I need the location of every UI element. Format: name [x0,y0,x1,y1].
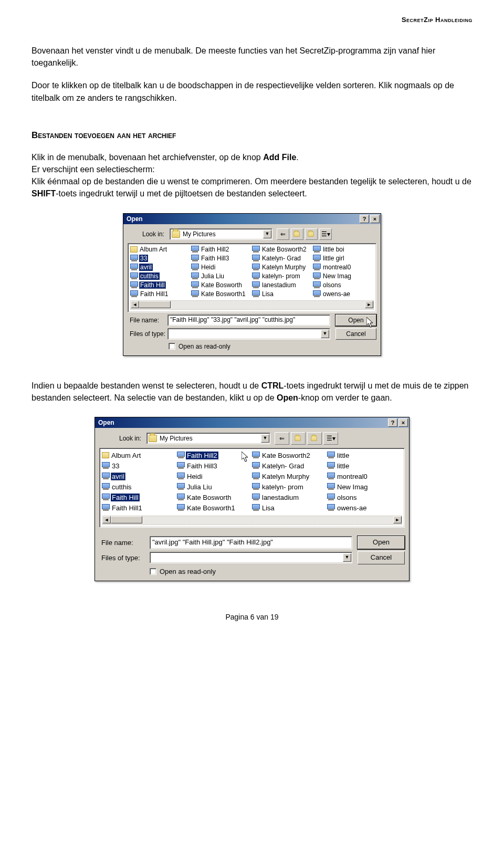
open-button[interactable]: Open [335,314,376,326]
close-button[interactable]: × [398,418,408,427]
filename-input[interactable]: "Faith Hill.jpg" "33.jpg" "avril.jpg" "c… [167,314,330,326]
file-item[interactable]: avril [130,263,191,271]
readonly-label: Open as read-only [178,343,230,350]
file-item[interactable]: New Imag [313,272,374,280]
readonly-checkbox[interactable] [169,343,175,350]
file-item[interactable]: owens-ae [313,290,374,298]
file-item[interactable]: 33 [102,461,177,471]
lookin-combo[interactable]: My Pictures ▼ [146,433,270,444]
file-item[interactable]: Heidi [177,471,252,481]
file-item[interactable]: Kate Bosworth2 [252,450,327,460]
scroll-left-icon[interactable]: ◄ [131,301,139,308]
readonly-checkbox[interactable] [150,568,156,575]
lookin-label: Look in: [99,435,146,442]
file-item[interactable]: Julia Liu [191,272,252,280]
file-item[interactable]: olsons [327,492,402,502]
file-name: avril [111,473,125,480]
cancel-button[interactable]: Cancel [335,328,376,340]
cancel-button[interactable]: Cancel [358,551,405,564]
file-item[interactable]: avril [102,471,177,481]
file-item[interactable]: Faith Hill2 [177,450,252,460]
file-item[interactable]: Kate Bosworth2 [252,246,313,254]
file-name: Kate Bosworth1 [186,504,236,512]
filename-input[interactable]: "avril.jpg" "Faith Hill.jpg" "Faith Hill… [150,536,352,549]
file-item[interactable]: Katelyn Murphy [252,471,327,481]
file-item[interactable]: Heidi [191,263,252,271]
file-name: Katelyn Murphy [261,473,310,480]
image-file-icon [327,494,335,501]
scroll-thumb[interactable] [111,516,142,523]
file-item[interactable]: Kate Bosworth1 [191,290,252,298]
file-item[interactable]: cutthis [102,482,177,492]
file-item[interactable]: Album Art [130,246,191,254]
dropdown-icon[interactable]: ▼ [321,330,329,338]
scroll-right-icon[interactable]: ► [393,516,402,523]
close-button[interactable]: × [370,215,380,223]
view-menu-button[interactable]: ☰▾ [319,228,332,240]
image-file-icon [327,504,335,511]
file-item[interactable]: lanestadium [252,492,327,502]
up-button[interactable] [291,432,306,445]
file-item[interactable]: Julia Liu [177,482,252,492]
file-item[interactable]: Faith Hill1 [130,290,191,298]
file-item[interactable]: Faith Hill [130,281,191,289]
file-name: Album Art [110,452,142,459]
dropdown-icon[interactable]: ▼ [343,553,351,562]
folder-up-icon [293,232,299,237]
file-item[interactable]: montreal0 [313,263,374,271]
file-item[interactable]: Lisa [252,503,327,513]
help-button[interactable]: ? [360,215,369,223]
file-item[interactable]: Faith Hill3 [177,461,252,471]
file-item[interactable]: Album Art [102,450,177,460]
image-file-icon [252,494,260,501]
file-listing[interactable]: Album Art33avrilcutthisFaith HillFaith H… [128,243,376,312]
new-folder-button[interactable] [307,432,322,445]
view-menu-button[interactable]: ☰▾ [323,432,338,445]
file-item[interactable]: katelyn- prom [252,272,313,280]
file-item[interactable]: New Imag [327,482,402,492]
filetype-combo[interactable]: ▼ [167,328,330,340]
new-folder-button[interactable] [305,228,318,240]
file-item[interactable]: Lisa [252,290,313,298]
lookin-combo[interactable]: My Pictures ▼ [170,228,272,240]
file-item[interactable]: Faith Hill2 [191,246,252,254]
file-item[interactable]: montreal0 [327,471,402,481]
up-button[interactable] [291,228,303,240]
file-item[interactable]: little [327,461,402,471]
file-item[interactable]: 33 [130,254,191,263]
file-item[interactable]: lanestadium [252,281,313,289]
file-item[interactable]: Kate Bosworth [177,492,252,502]
scroll-left-icon[interactable]: ◄ [102,516,111,523]
dropdown-icon[interactable]: ▼ [261,434,269,443]
file-item[interactable]: katelyn- prom [252,482,327,492]
scroll-thumb[interactable] [139,301,171,308]
titlebar[interactable]: Open ? × [123,214,381,224]
back-button[interactable]: ⇐ [277,228,289,240]
file-item[interactable]: Kate Bosworth [191,281,252,289]
filetype-combo[interactable]: ▼ [150,552,352,563]
file-item[interactable]: Faith Hill3 [191,254,252,263]
file-item[interactable]: Faith Hill1 [102,503,177,513]
file-item[interactable]: olsons [313,281,374,289]
dropdown-icon[interactable]: ▼ [263,230,271,238]
file-item[interactable]: little boi [313,246,374,254]
file-listing[interactable]: Album Art33avrilcutthisFaith HillFaith H… [99,448,405,528]
help-button[interactable]: ? [388,418,397,427]
image-file-icon [191,290,199,298]
titlebar[interactable]: Open ? × [95,417,409,428]
scroll-right-icon[interactable]: ► [365,301,373,308]
file-item[interactable]: Katelyn- Grad [252,254,313,263]
scrollbar[interactable]: ◄ ► [130,300,374,310]
file-item[interactable]: Katelyn- Grad [252,461,327,471]
file-item[interactable]: little [327,450,402,460]
file-item[interactable]: Faith Hill [102,492,177,502]
file-item[interactable]: cutthis [130,272,191,280]
open-button[interactable]: Open [358,536,405,549]
file-name: katelyn- prom [261,483,304,491]
file-item[interactable]: little girl [313,254,374,263]
file-item[interactable]: owens-ae [327,503,402,513]
file-item[interactable]: Katelyn Murphy [252,263,313,271]
back-button[interactable]: ⇐ [275,432,289,445]
file-item[interactable]: Kate Bosworth1 [177,503,252,513]
scrollbar[interactable]: ◄ ► [102,516,402,525]
